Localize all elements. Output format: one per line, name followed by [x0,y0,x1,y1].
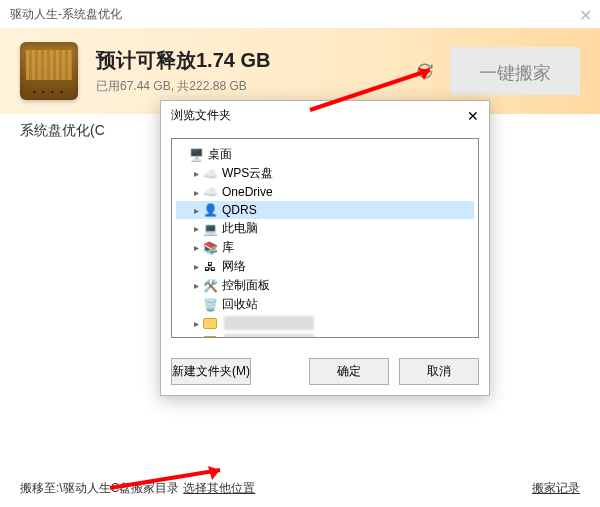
tree-root[interactable]: 🖥️ 桌面 [176,145,474,164]
cancel-button[interactable]: 取消 [399,358,479,385]
desktop-icon: 🖥️ [188,147,204,163]
tree-label: OneDrive [222,185,273,199]
titlebar: 驱动人生-系统盘优化 ✕ [0,0,600,28]
user-icon: 👤 [202,202,218,218]
app-title: 驱动人生-系统盘优化 [10,6,122,23]
tree-label: 回收站 [222,296,258,313]
library-icon: 📚 [202,240,218,256]
tree-item[interactable]: ▸💻 此电脑 [176,219,474,238]
network-icon: 🖧 [202,259,218,275]
close-icon[interactable]: ✕ [579,6,592,25]
tree-item[interactable]: 🗑️ 回收站 [176,295,474,314]
tree-item[interactable]: ▸🛠️ 控制面板 [176,276,474,295]
tree-label: QDRS [222,203,257,217]
folder-icon [202,333,218,338]
browse-folder-dialog: 浏览文件夹 ✕ 🖥️ 桌面 ▸☁️ WPS云盘 ▸☁️ OneDrive ▸👤 … [160,100,490,396]
tree-label: 网络 [222,258,246,275]
tree-item[interactable]: ▸📚 库 [176,238,474,257]
annotation-arrow [100,458,240,502]
tree-item[interactable]: ▸🖧 网络 [176,257,474,276]
tree-item[interactable]: ▸ [176,314,474,332]
tree-label: 桌面 [208,146,232,163]
blurred-item [224,334,314,338]
bottom-bar: 搬移至: \驱动人生C盘搬家目录 选择其他位置 搬家记录 [0,480,600,497]
tree-label: 控制面板 [222,277,270,294]
tree-label: 此电脑 [222,220,258,237]
folder-icon [202,315,218,331]
cloud-icon: ☁️ [202,166,218,182]
one-click-move-button[interactable]: 一键搬家 [450,47,580,95]
annotation-arrow [300,60,450,124]
tree-item[interactable]: ▸☁️ OneDrive [176,183,474,201]
tree-label: WPS云盘 [222,165,273,182]
tree-item[interactable]: ▸☁️ WPS云盘 [176,164,474,183]
new-folder-button[interactable]: 新建文件夹(M) [171,358,251,385]
tree-item-selected[interactable]: ▸👤 QDRS [176,201,474,219]
blurred-item [224,316,314,330]
dialog-title: 浏览文件夹 [171,107,231,124]
dialog-close-icon[interactable]: ✕ [467,108,479,124]
tree-label: 库 [222,239,234,256]
tree-item[interactable] [176,332,474,338]
svg-line-0 [310,70,430,110]
ok-button[interactable]: 确定 [309,358,389,385]
move-history-link[interactable]: 搬家记录 [532,480,580,497]
pc-icon: 💻 [202,221,218,237]
disk-icon [20,42,78,100]
recycle-bin-icon: 🗑️ [202,297,218,313]
control-panel-icon: 🛠️ [202,278,218,294]
cloud-icon: ☁️ [202,184,218,200]
move-to-label: 搬移至: [20,480,59,497]
folder-tree[interactable]: 🖥️ 桌面 ▸☁️ WPS云盘 ▸☁️ OneDrive ▸👤 QDRS ▸💻 … [171,138,479,338]
svg-line-2 [110,470,220,488]
